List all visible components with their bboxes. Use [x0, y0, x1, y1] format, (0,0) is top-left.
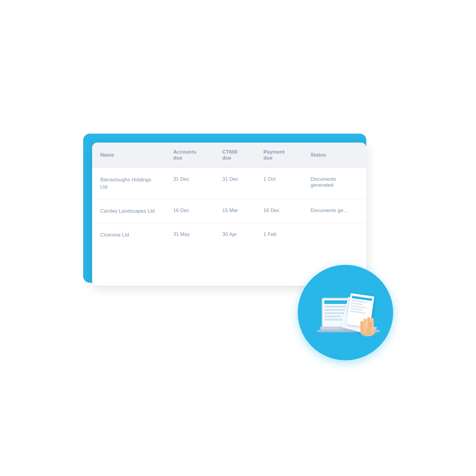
scene: Name Accounts due CT600 due Payment due … — [74, 74, 402, 402]
table-row: Barracloughs Holdings Ltd 31 Dec 31 Dec … — [92, 168, 366, 199]
table-row: Carsley Landscapes Ltd 16 Dec 15 Mar 16 … — [92, 199, 366, 223]
cell-ct600-due-1: 31 Dec — [214, 168, 255, 199]
col-header-status: Status — [302, 143, 366, 168]
col-header-payment-due: Payment due — [255, 143, 302, 168]
cell-payment-due-3: 1 Feb — [255, 223, 302, 247]
svg-rect-2 — [367, 317, 370, 333]
svg-rect-3 — [371, 318, 374, 332]
cell-name-2: Carsley Landscapes Ltd — [92, 199, 165, 223]
cell-accounts-due-2: 16 Dec — [165, 199, 214, 223]
laptop-illustration — [316, 289, 375, 336]
main-table-card: Name Accounts due CT600 due Payment due … — [92, 143, 366, 286]
hand-icon — [357, 313, 378, 336]
cell-status-3 — [302, 223, 366, 247]
cell-name-1: Barracloughs Holdings Ltd — [92, 168, 165, 199]
svg-rect-4 — [360, 321, 363, 332]
cell-ct600-due-3: 30 Apr — [214, 223, 255, 247]
cell-status-2: Documents ge... — [302, 199, 366, 223]
cell-accounts-due-3: 31 May — [165, 223, 214, 247]
col-header-accounts-due: Accounts due — [165, 143, 214, 168]
cell-status-1: Documents generated — [302, 168, 366, 199]
svg-rect-1 — [363, 319, 367, 333]
screen-line — [324, 316, 341, 317]
cell-name-3: Cicerone Ltd — [92, 223, 165, 247]
table-row: Cicerone Ltd 31 May 30 Apr 1 Feb — [92, 223, 366, 247]
col-header-name: Name — [92, 143, 165, 168]
cell-accounts-due-1: 31 Dec — [165, 168, 214, 199]
cell-payment-due-1: 1 Oct — [255, 168, 302, 199]
circle-illustration — [298, 265, 393, 360]
cell-payment-due-2: 16 Dec — [255, 199, 302, 223]
cell-ct600-due-2: 15 Mar — [214, 199, 255, 223]
table-header-row: Name Accounts due CT600 due Payment due … — [92, 143, 366, 168]
deadlines-table: Name Accounts due CT600 due Payment due … — [92, 143, 366, 247]
col-header-ct600-due: CT600 due — [214, 143, 255, 168]
